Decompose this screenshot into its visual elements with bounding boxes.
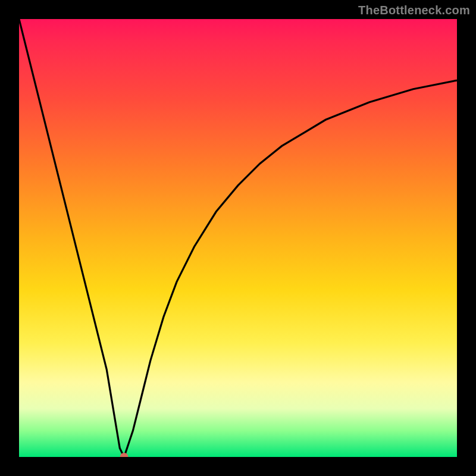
minimum-marker <box>120 453 129 457</box>
plot-area <box>19 19 457 457</box>
bottleneck-curve-path <box>19 19 457 457</box>
watermark-text: TheBottleneck.com <box>358 4 470 17</box>
chart-frame: TheBottleneck.com <box>0 0 476 476</box>
curve-svg <box>19 19 457 457</box>
